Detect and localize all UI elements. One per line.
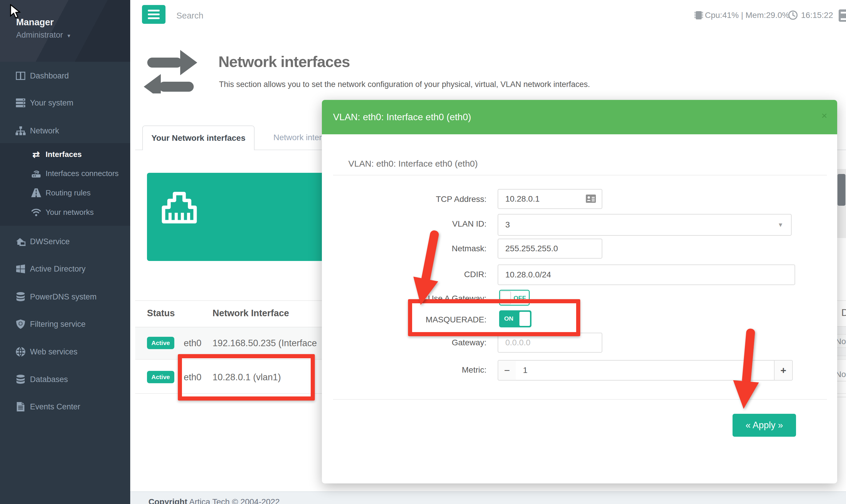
status-badge: Active — [147, 337, 174, 349]
vlan-id-select[interactable]: 3 ▼ — [498, 214, 792, 236]
globe-icon — [15, 347, 26, 357]
metric-decrement-button[interactable]: − — [498, 360, 517, 381]
interface-banner — [147, 173, 327, 261]
server-icon — [15, 98, 26, 107]
cdir-input[interactable] — [498, 265, 795, 285]
vlan-id-label: VLAN ID: — [334, 219, 486, 229]
modal-divider — [333, 175, 827, 176]
exchange-arrows-icon: ⇄ — [30, 149, 42, 160]
apply-button[interactable]: « Apply » — [733, 414, 796, 437]
road-icon — [30, 188, 42, 197]
columns-icon — [15, 72, 26, 80]
wifi-icon — [30, 208, 42, 216]
user-role-label: Administrator — [16, 31, 63, 39]
ethernet-port-icon — [159, 186, 200, 228]
netmask-label: Netmask: — [334, 244, 486, 253]
document-icon — [15, 402, 26, 411]
sidebar-item-network[interactable]: Network — [0, 124, 130, 137]
windows-icon — [15, 265, 26, 273]
metric-input[interactable] — [516, 360, 774, 381]
hamburger-icon — [148, 10, 160, 12]
sidebar-item-routing-rules[interactable]: Routing rules — [0, 186, 130, 199]
cpu-mem-stats: Cpu:41% | Mem:29.0% — [705, 11, 789, 20]
footer: Copyright Artica Tech © 2004-2022 — [130, 491, 846, 504]
sidebar-item-active-directory[interactable]: Active Directory — [0, 263, 130, 275]
clock-time: 16:15:22 — [801, 11, 833, 20]
cdir-label: CDIR: — [334, 270, 486, 279]
copyright-text: Copyright Artica Tech © 2004-2022 — [148, 497, 280, 504]
modal-header: VLAN: eth0: Interface eth0 (eth0) × — [322, 100, 837, 134]
annotation-rect-masquerade — [408, 299, 580, 336]
clipped-row-band — [837, 348, 846, 356]
sidebar-item-your-system[interactable]: Your system — [0, 96, 130, 109]
home-laptop-icon — [15, 237, 26, 246]
sitemap-icon — [15, 126, 26, 135]
user-role-dropdown[interactable]: Administrator ▾ — [16, 31, 70, 40]
page-title: Network interfaces — [218, 53, 350, 71]
tab-your-network-interfaces[interactable]: Your Network interfaces — [142, 125, 255, 150]
caret-down-icon: ▼ — [777, 221, 784, 228]
sidebar-item-dashboard[interactable]: Dashboard — [0, 69, 130, 82]
page-subtitle: This section allows you to set the netwo… — [219, 80, 590, 89]
iface-name: eth0 — [184, 338, 201, 348]
search-input[interactable] — [176, 8, 381, 23]
network-interfaces-icon — [142, 47, 204, 95]
sidebar-item-your-networks[interactable]: Your networks — [0, 206, 130, 219]
sidebar-user-panel: Manager Administrator ▾ — [0, 0, 130, 62]
vlan-id-value: 3 — [505, 220, 510, 230]
app-window: Manager Administrator ▾ Dashboard Your s… — [0, 0, 846, 504]
notebook-icon[interactable] — [839, 10, 846, 23]
vlan-modal: VLAN: eth0: Interface eth0 (eth0) × VLAN… — [322, 100, 837, 483]
scrollbar-thumb[interactable] — [838, 174, 845, 206]
sidebar-item-dwservice[interactable]: DWService — [0, 235, 130, 248]
clipped-row-band — [837, 327, 846, 334]
tcp-address-label: TCP Address: — [334, 195, 486, 204]
modal-footer-divider — [333, 399, 827, 400]
sidebar-item-events-center[interactable]: Events Center — [0, 400, 130, 413]
database-icon — [15, 292, 26, 302]
user-name: Manager — [16, 17, 54, 28]
metric-increment-button[interactable]: + — [774, 360, 793, 381]
clipped-column-header: D — [841, 307, 846, 318]
database-icon — [15, 375, 26, 384]
gateway-label: Gateway: — [334, 338, 486, 347]
col-header-status: Status — [147, 308, 175, 319]
sidebar: Manager Administrator ▾ Dashboard Your s… — [0, 0, 130, 504]
status-badge: Active — [147, 371, 174, 383]
annotation-rect-vlan-row — [178, 354, 315, 400]
shield-icon — [15, 320, 26, 329]
metric-label: Metric: — [334, 365, 486, 375]
col-header-network-interface: Network Interface — [213, 308, 289, 319]
clock-icon — [788, 10, 798, 21]
chevron-down-icon: ▾ — [68, 33, 71, 39]
menu-toggle-button[interactable] — [142, 5, 165, 24]
modal-heading: VLAN: eth0: Interface eth0 (eth0) — [348, 159, 478, 169]
sidebar-item-interfaces-connectors[interactable]: Interfaces connectors — [0, 167, 130, 180]
close-icon[interactable]: × — [821, 110, 827, 121]
sidebar-item-filtering-service[interactable]: Filtering service — [0, 318, 130, 330]
sidebar-item-powerdns[interactable]: PowerDNS system — [0, 290, 130, 303]
iface-address: 192.168.50.235 (Interface — [213, 338, 317, 348]
cpu-chip-icon — [694, 10, 703, 22]
router-icon — [30, 169, 42, 178]
netmask-input[interactable] — [498, 239, 602, 258]
sidebar-item-interfaces[interactable]: ⇄ Interfaces — [0, 148, 130, 161]
sidebar-item-web-services[interactable]: Web services — [0, 345, 130, 358]
sidebar-item-databases[interactable]: Databases — [0, 373, 130, 386]
address-card-icon — [586, 195, 596, 204]
topbar: Cpu:41% | Mem:29.0% 16:15:22 — [130, 0, 846, 31]
modal-title: VLAN: eth0: Interface eth0 (eth0) — [333, 112, 471, 123]
